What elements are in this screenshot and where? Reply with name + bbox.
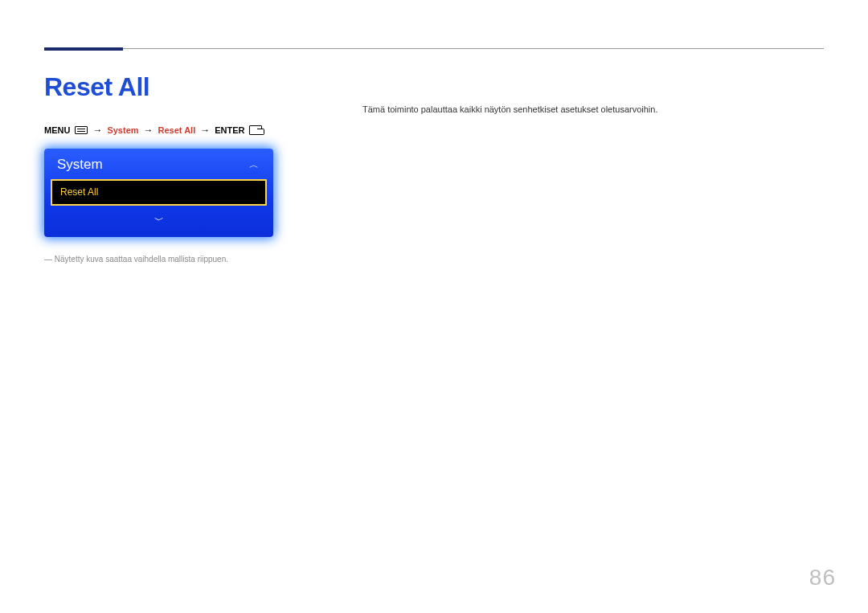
feature-description: Tämä toiminto palauttaa kaikki näytön se… (362, 104, 657, 114)
osd-menu: System ︿ Reset All ﹀ (44, 149, 273, 237)
page-title: Reset All (44, 72, 824, 102)
breadcrumb: MENU → System → Reset All → ENTER (44, 125, 824, 136)
separator-accent (44, 47, 123, 51)
chevron-down-icon: ﹀ (44, 214, 273, 237)
chevron-up-icon: ︿ (249, 158, 259, 172)
osd-menu-header: System ︿ (44, 149, 273, 179)
arrow-icon: → (200, 125, 210, 136)
separator-line (44, 48, 824, 49)
breadcrumb-system: System (107, 125, 138, 135)
image-note: Näytetty kuva saattaa vaihdella mallista… (44, 255, 824, 264)
breadcrumb-enter-label: ENTER (215, 125, 244, 135)
breadcrumb-menu-label: MENU (44, 125, 70, 135)
breadcrumb-reset: Reset All (158, 125, 196, 135)
osd-menu-title: System (57, 157, 103, 173)
enter-icon (249, 125, 262, 135)
arrow-icon: → (92, 125, 102, 136)
page-number: 86 (809, 565, 836, 591)
menu-icon (75, 126, 88, 134)
arrow-icon: → (144, 125, 154, 136)
osd-menu-item-reset-all[interactable]: Reset All (51, 179, 267, 206)
